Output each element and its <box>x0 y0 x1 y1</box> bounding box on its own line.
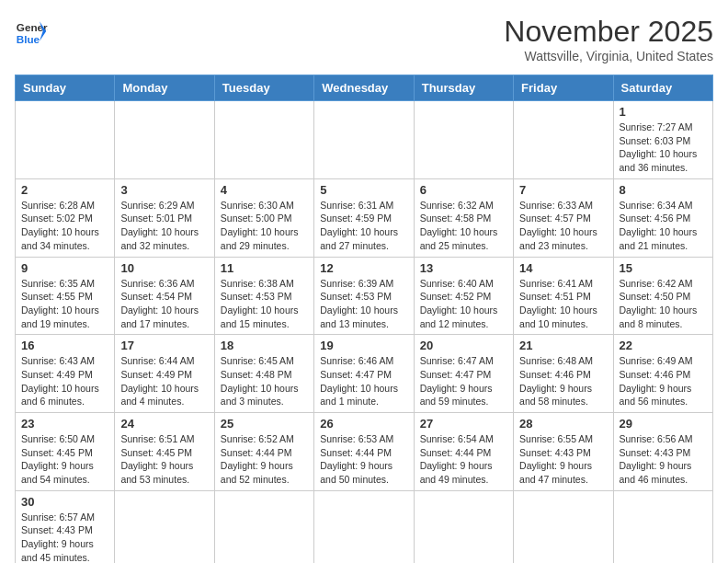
day-number: 16 <box>21 339 108 352</box>
day-info: Sunrise: 6:49 AMSunset: 4:46 PMDaylight:… <box>620 354 707 408</box>
day-info: Sunrise: 6:57 AMSunset: 4:43 PMDaylight:… <box>21 511 108 563</box>
header-row: SundayMondayTuesdayWednesdayThursdayFrid… <box>16 75 713 101</box>
week-row-3: 16Sunrise: 6:43 AMSunset: 4:49 PMDayligh… <box>16 335 713 413</box>
day-number: 6 <box>420 183 507 197</box>
day-number: 12 <box>320 261 407 275</box>
week-row-5: 30Sunrise: 6:57 AMSunset: 4:43 PMDayligh… <box>16 490 713 563</box>
day-number: 21 <box>519 339 607 352</box>
col-header-monday: Monday <box>115 75 214 101</box>
day-cell: 12Sunrise: 6:39 AMSunset: 4:53 PMDayligh… <box>314 257 414 335</box>
day-info: Sunrise: 6:42 AMSunset: 4:50 PMDaylight:… <box>620 277 707 331</box>
day-cell: 5Sunrise: 6:31 AMSunset: 4:59 PMDaylight… <box>314 178 414 257</box>
day-cell: 18Sunrise: 6:45 AMSunset: 4:48 PMDayligh… <box>214 335 313 413</box>
title-area: November 2025 Wattsville, Virginia, Unit… <box>504 15 713 63</box>
col-header-wednesday: Wednesday <box>314 75 414 101</box>
week-row-1: 2Sunrise: 6:28 AMSunset: 5:02 PMDaylight… <box>16 178 713 257</box>
day-number: 30 <box>21 495 108 509</box>
day-number: 22 <box>620 339 707 352</box>
day-info: Sunrise: 6:56 AMSunset: 4:43 PMDaylight:… <box>620 432 707 487</box>
month-title: November 2025 <box>504 15 713 49</box>
col-header-saturday: Saturday <box>613 75 712 101</box>
day-cell: 25Sunrise: 6:52 AMSunset: 4:44 PMDayligh… <box>214 413 313 491</box>
day-cell: 16Sunrise: 6:43 AMSunset: 4:49 PMDayligh… <box>16 335 115 413</box>
day-info: Sunrise: 6:48 AMSunset: 4:46 PMDaylight:… <box>519 354 607 408</box>
day-cell: 14Sunrise: 6:41 AMSunset: 4:51 PMDayligh… <box>514 257 613 335</box>
day-info: Sunrise: 6:34 AMSunset: 4:56 PMDaylight:… <box>620 199 707 253</box>
location-title: Wattsville, Virginia, United States <box>504 49 713 63</box>
day-cell <box>16 101 115 179</box>
day-cell: 23Sunrise: 6:50 AMSunset: 4:45 PMDayligh… <box>16 413 115 491</box>
logo: General Blue <box>15 15 48 48</box>
day-info: Sunrise: 6:28 AMSunset: 5:02 PMDaylight:… <box>21 199 108 253</box>
day-info: Sunrise: 6:52 AMSunset: 4:44 PMDaylight:… <box>221 432 308 487</box>
day-number: 19 <box>320 339 407 352</box>
day-number: 23 <box>21 417 108 431</box>
day-cell: 26Sunrise: 6:53 AMSunset: 4:44 PMDayligh… <box>314 413 414 491</box>
day-info: Sunrise: 6:41 AMSunset: 4:51 PMDaylight:… <box>519 277 607 331</box>
day-number: 27 <box>420 417 507 431</box>
day-number: 13 <box>420 261 507 275</box>
day-number: 3 <box>120 183 208 197</box>
day-cell: 24Sunrise: 6:51 AMSunset: 4:45 PMDayligh… <box>115 413 214 491</box>
day-cell <box>514 490 613 563</box>
day-number: 26 <box>320 417 407 431</box>
day-cell <box>414 101 513 179</box>
day-info: Sunrise: 6:55 AMSunset: 4:43 PMDaylight:… <box>519 432 607 487</box>
day-info: Sunrise: 6:32 AMSunset: 4:58 PMDaylight:… <box>420 199 507 253</box>
day-info: Sunrise: 6:53 AMSunset: 4:44 PMDaylight:… <box>320 432 407 487</box>
day-number: 5 <box>320 183 407 197</box>
day-info: Sunrise: 6:44 AMSunset: 4:49 PMDaylight:… <box>120 354 208 408</box>
day-number: 24 <box>120 417 208 431</box>
day-cell <box>115 101 214 179</box>
day-cell: 3Sunrise: 6:29 AMSunset: 5:01 PMDaylight… <box>115 178 214 257</box>
day-cell <box>414 490 513 563</box>
day-number: 17 <box>120 339 208 352</box>
day-info: Sunrise: 6:50 AMSunset: 4:45 PMDaylight:… <box>21 432 108 487</box>
day-cell: 11Sunrise: 6:38 AMSunset: 4:53 PMDayligh… <box>214 257 313 335</box>
day-cell: 13Sunrise: 6:40 AMSunset: 4:52 PMDayligh… <box>414 257 513 335</box>
day-cell: 19Sunrise: 6:46 AMSunset: 4:47 PMDayligh… <box>314 335 414 413</box>
day-number: 9 <box>21 261 108 275</box>
day-number: 8 <box>620 183 707 197</box>
day-info: Sunrise: 6:31 AMSunset: 4:59 PMDaylight:… <box>320 199 407 253</box>
day-cell: 22Sunrise: 6:49 AMSunset: 4:46 PMDayligh… <box>613 335 712 413</box>
day-info: Sunrise: 6:47 AMSunset: 4:47 PMDaylight:… <box>420 354 507 408</box>
col-header-sunday: Sunday <box>16 75 115 101</box>
day-cell: 7Sunrise: 6:33 AMSunset: 4:57 PMDaylight… <box>514 178 613 257</box>
day-number: 28 <box>519 417 607 431</box>
day-number: 7 <box>519 183 607 197</box>
day-cell: 21Sunrise: 6:48 AMSunset: 4:46 PMDayligh… <box>514 335 613 413</box>
day-info: Sunrise: 6:51 AMSunset: 4:45 PMDaylight:… <box>120 432 208 487</box>
page-header: General Blue November 2025 Wattsville, V… <box>15 15 713 63</box>
day-info: Sunrise: 6:38 AMSunset: 4:53 PMDaylight:… <box>221 277 308 331</box>
week-row-4: 23Sunrise: 6:50 AMSunset: 4:45 PMDayligh… <box>16 413 713 491</box>
day-cell <box>214 101 313 179</box>
calendar-table: SundayMondayTuesdayWednesdayThursdayFrid… <box>15 75 713 563</box>
day-info: Sunrise: 6:43 AMSunset: 4:49 PMDaylight:… <box>21 354 108 408</box>
day-cell: 6Sunrise: 6:32 AMSunset: 4:58 PMDaylight… <box>414 178 513 257</box>
day-info: Sunrise: 6:33 AMSunset: 4:57 PMDaylight:… <box>519 199 607 253</box>
day-cell <box>314 101 414 179</box>
day-cell: 8Sunrise: 6:34 AMSunset: 4:56 PMDaylight… <box>613 178 712 257</box>
col-header-thursday: Thursday <box>414 75 513 101</box>
day-info: Sunrise: 6:35 AMSunset: 4:55 PMDaylight:… <box>21 277 108 331</box>
day-cell: 1Sunrise: 7:27 AMSunset: 6:03 PMDaylight… <box>613 101 712 179</box>
day-number: 20 <box>420 339 507 352</box>
day-number: 4 <box>221 183 308 197</box>
day-info: Sunrise: 6:54 AMSunset: 4:44 PMDaylight:… <box>420 432 507 487</box>
day-cell <box>314 490 414 563</box>
day-info: Sunrise: 6:40 AMSunset: 4:52 PMDaylight:… <box>420 277 507 331</box>
day-info: Sunrise: 6:30 AMSunset: 5:00 PMDaylight:… <box>221 199 308 253</box>
day-cell <box>514 101 613 179</box>
col-header-tuesday: Tuesday <box>214 75 313 101</box>
week-row-0: 1Sunrise: 7:27 AMSunset: 6:03 PMDaylight… <box>16 101 713 179</box>
day-number: 11 <box>221 261 308 275</box>
day-number: 29 <box>620 417 707 431</box>
logo-icon: General Blue <box>15 15 48 48</box>
day-cell: 29Sunrise: 6:56 AMSunset: 4:43 PMDayligh… <box>613 413 712 491</box>
day-info: Sunrise: 7:27 AMSunset: 6:03 PMDaylight:… <box>620 121 707 175</box>
col-header-friday: Friday <box>514 75 613 101</box>
day-number: 14 <box>519 261 607 275</box>
day-cell <box>214 490 313 563</box>
week-row-2: 9Sunrise: 6:35 AMSunset: 4:55 PMDaylight… <box>16 257 713 335</box>
